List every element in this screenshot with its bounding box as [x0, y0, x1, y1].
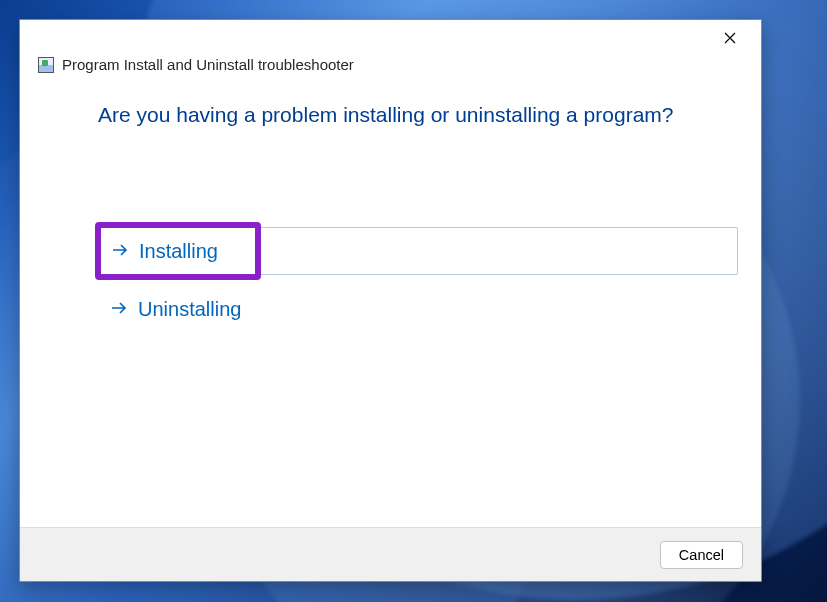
arrow-right-icon [110, 299, 128, 320]
window-title: Program Install and Uninstall troublesho… [62, 56, 354, 73]
option-label: Installing [139, 240, 218, 263]
option-uninstalling[interactable]: Uninstalling [98, 285, 738, 333]
option-installing[interactable]: Installing [98, 227, 738, 275]
option-label: Uninstalling [138, 298, 241, 321]
titlebar [20, 20, 761, 56]
troubleshooter-dialog: Program Install and Uninstall troublesho… [19, 19, 762, 582]
page-heading: Are you having a problem installing or u… [98, 103, 683, 127]
dialog-content: Are you having a problem installing or u… [20, 79, 761, 527]
close-icon [724, 32, 736, 44]
window-header: Program Install and Uninstall troublesho… [20, 56, 761, 79]
close-button[interactable] [707, 22, 753, 54]
cancel-button[interactable]: Cancel [660, 541, 743, 569]
arrow-right-icon [111, 241, 129, 262]
dialog-footer: Cancel [20, 527, 761, 581]
troubleshooter-icon [38, 57, 54, 73]
